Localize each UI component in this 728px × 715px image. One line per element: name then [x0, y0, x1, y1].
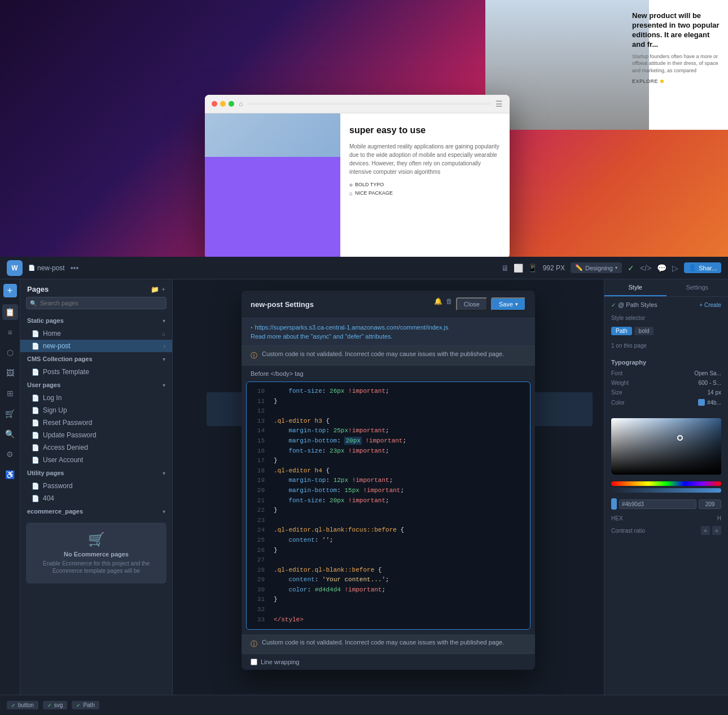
color-preview-swatch	[611, 498, 617, 510]
dot-yellow[interactable]	[220, 101, 226, 107]
link-label-1[interactable]: BOLD TYPO	[355, 182, 384, 187]
sidebar-components-icon[interactable]: ⬡	[2, 345, 18, 361]
right-body: Startup founders often have a more or of…	[632, 53, 722, 74]
line-wrapping-checkbox[interactable]	[251, 659, 257, 665]
browser-image-inner	[205, 157, 340, 258]
typo-font-value[interactable]: Open Sa...	[634, 370, 721, 376]
topbar: W 📄 new-post ••• 🖥 ⬜ 📱 992 PX ✏️ Designi…	[0, 257, 728, 279]
bottom-badge-svg[interactable]: ✓ svg	[43, 701, 68, 709]
utility-pages-section-header[interactable]: Utility pages ▾	[20, 466, 172, 480]
dot-red[interactable]	[212, 101, 217, 107]
code-line-33: 33 </style>	[253, 615, 523, 625]
tab-settings[interactable]: Settings	[666, 279, 729, 296]
static-pages-section-header[interactable]: Static pages ▾	[20, 314, 172, 327]
cms-pages-section-header[interactable]: CMS Collection pages ▾	[20, 352, 172, 366]
sidebar-cms-icon[interactable]: ⊞	[2, 385, 18, 401]
color-hue-bar[interactable]	[611, 481, 721, 486]
page-icon-404: 📄	[32, 495, 40, 502]
comment-icon[interactable]: 💬	[657, 264, 666, 273]
style-count-label: 1 on this page	[611, 343, 647, 349]
right-tabs: Style Settings	[604, 279, 728, 297]
sidebar-layers-icon[interactable]: ≡	[2, 324, 18, 340]
sidebar-accessibility-icon[interactable]: ♿	[2, 467, 18, 482]
code-editor[interactable]: 10 font-size: 26px !important; 11 } 12	[246, 381, 530, 630]
user-pages-section-header[interactable]: User pages ▾	[20, 378, 172, 392]
page-item-password[interactable]: 📄 Password	[20, 480, 172, 492]
page-label-user-account: User Account	[43, 456, 165, 464]
badge-path-check-icon: ✓	[76, 703, 81, 708]
topbar-filename: 📄 new-post	[28, 264, 65, 272]
browser-address-bar[interactable]	[247, 103, 491, 105]
settings-bell-icon[interactable]: 🔔	[434, 297, 442, 311]
ecommerce-pages-chevron: ▾	[163, 508, 165, 515]
color-mode-row: HEX H	[604, 513, 728, 524]
filename-label[interactable]: new-post	[37, 264, 65, 272]
page-item-login[interactable]: 📄 Log In	[20, 392, 172, 404]
page-item-signup[interactable]: 📄 Sign Up	[20, 404, 172, 416]
settings-save-button[interactable]: Save ▾	[491, 297, 526, 311]
path-styles-header: ✓ @ Path Styles + Create	[604, 297, 728, 313]
utility-pages-chevron: ▾	[163, 470, 165, 476]
page-item-posts-template[interactable]: 📄 Posts Template	[20, 366, 172, 378]
pages-panel: Pages 📁 + 🔍 Static pages ▾ 📄 Home ⌂	[20, 279, 173, 695]
search-input[interactable]	[26, 297, 166, 309]
share-button[interactable]: 👤 Shar...	[684, 262, 721, 273]
settings-modal-title: new-post Settings	[251, 300, 314, 309]
code-content[interactable]: 10 font-size: 26px !important; 11 } 12	[247, 382, 530, 629]
typo-color-row: Color #4b...	[611, 399, 721, 406]
explore-button[interactable]: EXPLORE	[632, 78, 664, 84]
dot-green[interactable]	[229, 101, 234, 107]
page-item-home[interactable]: 📄 Home ⌂	[20, 327, 172, 340]
page-item-access-denied[interactable]: 📄 Access Denied	[20, 441, 172, 454]
code-line-29: 29 content: 'Your content...';	[253, 575, 523, 585]
code-line-17: 17 }	[253, 456, 523, 466]
link-label-2[interactable]: NICE PACKAGE	[355, 190, 393, 196]
style-count-row: 1 on this page	[604, 337, 728, 354]
bottom-badge-path[interactable]: ✓ Path	[72, 701, 99, 709]
add-element-button[interactable]: +	[3, 284, 17, 297]
designing-mode[interactable]: ✏️ Designing ▾	[571, 262, 622, 273]
settings-url-link[interactable]: https://supersparks.s3.ca-central-1.amaz…	[255, 324, 449, 331]
path-style-tag[interactable]: Path	[611, 327, 632, 335]
topbar-more-button[interactable]: •••	[71, 264, 79, 273]
play-icon[interactable]: ▷	[672, 264, 678, 273]
pages-header-icons: 📁 +	[151, 286, 165, 293]
settings-trash-icon[interactable]: 🗑	[446, 297, 453, 311]
pages-add-icon[interactable]: +	[161, 286, 165, 293]
page-item-new-post[interactable]: 📄 new-post ›	[20, 340, 172, 352]
tab-style[interactable]: Style	[604, 279, 666, 296]
bold-style-tag[interactable]: bold	[634, 327, 654, 335]
typo-weight-value[interactable]: 600 - S...	[634, 380, 721, 386]
ecommerce-pages-section-header[interactable]: ecommerce_pages ▾	[20, 505, 172, 518]
static-pages-title: Static pages	[27, 317, 64, 324]
pages-folder-icon[interactable]: 📁	[151, 286, 159, 293]
create-style-button[interactable]: + Create	[699, 302, 721, 308]
code-icon[interactable]: </>	[640, 264, 651, 273]
color-picker-area[interactable]	[611, 418, 721, 475]
page-item-reset-password[interactable]: 📄 Reset Password	[20, 416, 172, 429]
h-mode-label[interactable]: H	[717, 515, 721, 521]
desktop-icon[interactable]: 🖥	[501, 264, 509, 273]
settings-close-button[interactable]: Close	[456, 297, 488, 311]
hex-mode-label[interactable]: HEX	[611, 515, 623, 521]
sidebar-pages-icon[interactable]: 📋	[2, 304, 18, 320]
sidebar-settings-icon[interactable]: ⚙	[2, 446, 18, 462]
sidebar-seo-icon[interactable]: 🔍	[2, 426, 18, 442]
search-icon: 🔍	[30, 300, 37, 306]
page-item-update-password[interactable]: 📄 Update Password	[20, 429, 172, 441]
sidebar-ecommerce-icon[interactable]: 🛒	[2, 406, 18, 422]
page-item-404[interactable]: 📄 404	[20, 492, 172, 505]
browser-text-area: super easy to use Mobile augmented reali…	[340, 113, 510, 258]
ecommerce-no-pages-text: No Ecommerce pages	[33, 551, 160, 558]
typo-size-value[interactable]: 14 px	[634, 389, 721, 396]
color-hex-input[interactable]	[619, 499, 696, 509]
read-more-link[interactable]: Read more about the "async" and "defer" …	[251, 333, 526, 340]
page-item-user-account[interactable]: 📄 User Account	[20, 454, 172, 466]
sidebar-assets-icon[interactable]: 🖼	[2, 365, 18, 381]
mobile-icon[interactable]: 📱	[528, 264, 537, 273]
tablet-icon[interactable]: ⬜	[514, 264, 523, 273]
bottom-badge-button[interactable]: ✓ button	[7, 701, 38, 709]
color-alpha-bar[interactable]	[611, 488, 721, 493]
color-opacity-input[interactable]	[699, 499, 721, 509]
typo-color-value-group[interactable]: #4b...	[698, 399, 721, 406]
